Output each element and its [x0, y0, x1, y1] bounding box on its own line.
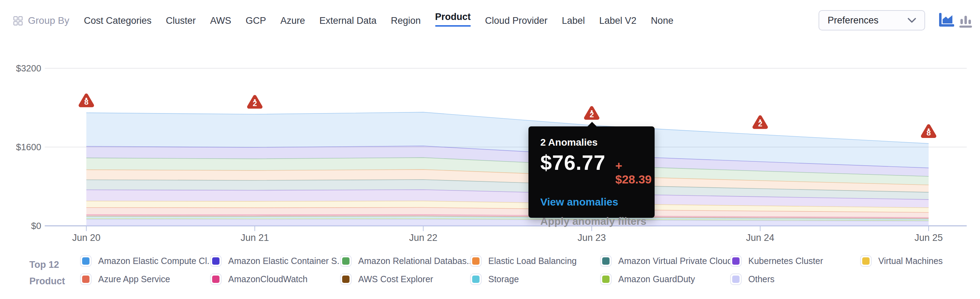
y-axis-label: $3200 [16, 63, 41, 74]
legend-swatch-icon [340, 255, 352, 267]
legend-swatch-color [82, 257, 89, 265]
legend-swatch-icon [80, 255, 92, 267]
legend-swatch-icon [210, 273, 221, 285]
legend-item[interactable]: Azure App Service [80, 273, 210, 285]
x-axis-label: Jun 24 [746, 232, 774, 243]
legend-swatch-color [342, 275, 350, 283]
legend-item[interactable]: Others [730, 273, 860, 285]
legend-label: Amazon Virtual Private Cloud [618, 256, 732, 266]
legend-swatch-color [212, 257, 220, 265]
legend-swatch-color [342, 257, 350, 265]
legend-item[interactable]: Elastic Load Balancing [470, 254, 600, 267]
legend-item[interactable]: Storage [470, 273, 600, 285]
legend-title-line1: Top 12 [29, 257, 65, 273]
legend-swatch-icon [470, 273, 482, 285]
legend-swatch-color [82, 275, 89, 283]
anomaly-count: 8 [84, 98, 88, 106]
legend-label: Kubernetes Cluster [748, 256, 823, 266]
x-axis-label: Jun 21 [240, 232, 269, 243]
anomaly-count: 2 [253, 99, 257, 108]
legend-label: Storage [488, 274, 519, 284]
stacked-area-cost-chart: $3200$1600$0Jun 20Jun 21Jun 22Jun 23Jun … [0, 0, 980, 299]
legend-swatch-icon [340, 273, 352, 285]
y-axis-label: $0 [31, 221, 41, 231]
tooltip-anomaly-count: 2 Anomalies [540, 137, 655, 148]
legend-swatch-color [732, 257, 740, 265]
legend-item[interactable]: AWS Cost Explorer [340, 273, 470, 285]
anomaly-count: 2 [758, 119, 762, 128]
legend-swatch-icon [860, 255, 872, 267]
legend-swatch-color [862, 257, 870, 265]
legend-label: AmazonCloudWatch [228, 274, 307, 284]
x-axis-label: Jun 20 [72, 232, 100, 243]
tooltip-cost-value: $76.77 [540, 151, 605, 175]
legend-item[interactable]: Amazon Relational Databas... [340, 254, 470, 267]
y-axis-label: $1600 [16, 142, 41, 152]
anomaly-badge[interactable]: 2 [754, 117, 766, 128]
legend-item[interactable]: Amazon Elastic Container S... [210, 254, 340, 267]
tooltip-cost-delta: + $28.39 [615, 159, 655, 186]
legend-swatch-icon [730, 255, 741, 267]
legend-swatch-color [472, 257, 479, 265]
legend-item[interactable]: AmazonCloudWatch [210, 273, 340, 285]
legend-swatch-icon [730, 273, 741, 285]
legend-title-line2: Product [29, 273, 65, 289]
legend-label: Amazon Relational Databas... [358, 256, 474, 266]
x-axis-label: Jun 23 [578, 232, 606, 243]
legend-label: Amazon GuardDuty [618, 274, 695, 284]
legend-label: Amazon Elastic Container S... [228, 256, 344, 266]
legend-label: Amazon Elastic Compute Cl... [98, 256, 214, 266]
legend-label: AWS Cost Explorer [358, 274, 433, 284]
legend-swatch-icon [210, 255, 221, 267]
legend-swatch-color [472, 275, 479, 283]
anomaly-badge[interactable]: 8 [80, 95, 92, 106]
legend-swatch-icon [470, 255, 482, 267]
legend-swatch-icon [600, 273, 612, 285]
anomaly-count: 8 [926, 128, 931, 137]
anomaly-count: 2 [590, 110, 594, 119]
legend-item[interactable]: Amazon Elastic Compute Cl... [80, 254, 210, 267]
legend-item[interactable]: Kubernetes Cluster [730, 254, 860, 267]
x-axis-label: Jun 22 [409, 232, 437, 243]
legend-label: Elastic Load Balancing [488, 256, 577, 266]
legend-item[interactable]: Amazon Virtual Private Cloud [600, 254, 730, 267]
view-anomalies-link[interactable]: View anomalies [540, 196, 655, 208]
legend-swatch-color [602, 257, 609, 265]
legend-label: Azure App Service [98, 274, 170, 284]
legend-swatch-color [212, 275, 220, 283]
legend-label: Virtual Machines [878, 256, 943, 266]
tooltip-arrow [587, 122, 597, 127]
legend-swatch-color [602, 275, 609, 283]
legend-item[interactable]: Virtual Machines [860, 254, 980, 267]
legend-label: Others [748, 274, 775, 284]
anomaly-badge[interactable]: 8 [923, 126, 935, 137]
anomaly-tooltip: 2 Anomalies $76.77 + $28.39 View anomali… [528, 126, 655, 218]
legend-swatch-icon [600, 255, 612, 267]
x-axis-label: Jun 25 [914, 232, 943, 243]
legend-item[interactable]: Amazon GuardDuty [600, 273, 730, 285]
legend-swatch-icon [80, 273, 92, 285]
anomaly-badge[interactable]: 2 [249, 97, 261, 108]
legend-swatch-color [732, 275, 740, 283]
anomaly-badge[interactable]: 2 [586, 108, 598, 119]
chart-legend: Amazon Elastic Compute Cl...Amazon Elast… [80, 254, 980, 285]
apply-anomaly-filters-link[interactable]: Apply anomaly filters [540, 215, 655, 227]
legend-title: Top 12 Product [29, 257, 65, 289]
